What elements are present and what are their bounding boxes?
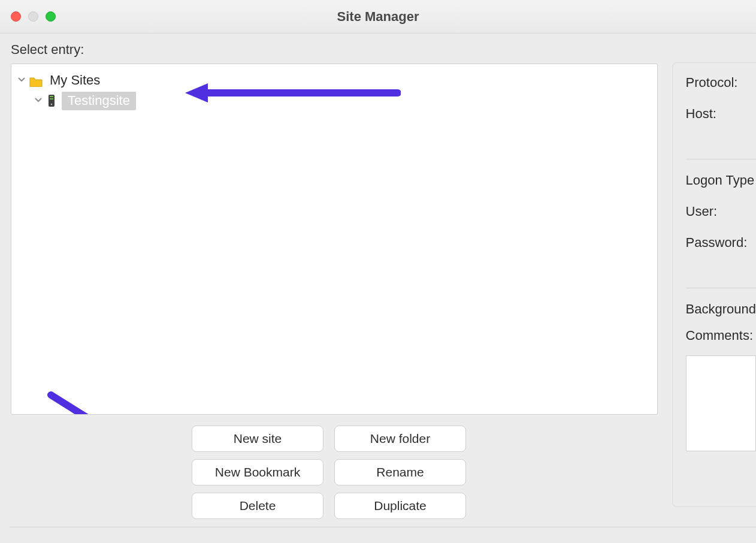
select-entry-label: Select entry: [11, 42, 658, 58]
divider [686, 288, 756, 288]
logon-type-label: Logon Type [686, 174, 756, 187]
content-area: Select entry: My Sites [0, 34, 756, 543]
host-label: Host: [686, 107, 756, 120]
delete-button[interactable]: Delete [192, 493, 323, 519]
annotation-arrow-icon [44, 390, 199, 415]
divider [686, 159, 756, 159]
background-label: Background [686, 303, 756, 316]
svg-rect-2 [50, 98, 53, 99]
window-controls [11, 11, 56, 22]
site-action-buttons: New site New folder New Bookmark Rename … [192, 426, 658, 519]
divider [10, 527, 756, 527]
site-tree-panel[interactable]: My Sites Testingsite [11, 64, 658, 415]
password-label: Password: [686, 236, 756, 249]
window-title: Site Manager [0, 9, 756, 25]
site-details-panel: Protocol: Host: Logon Type User: Passwor… [672, 62, 756, 507]
close-icon[interactable] [11, 11, 21, 22]
left-column: Select entry: My Sites [11, 42, 658, 543]
new-folder-button[interactable]: New folder [334, 426, 466, 452]
svg-point-3 [51, 104, 52, 105]
rename-button[interactable]: Rename [334, 459, 466, 485]
tree-item-testingsite[interactable]: Testingsite [16, 90, 652, 111]
svg-rect-1 [50, 96, 53, 97]
minimize-icon[interactable] [28, 11, 38, 22]
protocol-label: Protocol: [686, 76, 756, 89]
titlebar: Site Manager [0, 0, 756, 34]
folder-icon [29, 75, 43, 86]
comments-textarea[interactable] [686, 355, 756, 451]
chevron-down-icon[interactable] [33, 96, 44, 105]
zoom-icon[interactable] [46, 11, 56, 22]
site-name-editable[interactable]: Testingsite [62, 92, 136, 110]
user-label: User: [686, 205, 756, 218]
tree-root-label: My Sites [47, 71, 102, 89]
chevron-down-icon[interactable] [16, 76, 27, 85]
duplicate-button[interactable]: Duplicate [334, 493, 466, 519]
server-icon [47, 94, 56, 107]
new-bookmark-button[interactable]: New Bookmark [192, 459, 323, 485]
comments-label: Comments: [686, 329, 756, 342]
new-site-button[interactable]: New site [192, 426, 323, 452]
svg-line-6 [51, 395, 170, 415]
tree-root-my-sites[interactable]: My Sites [16, 70, 652, 90]
